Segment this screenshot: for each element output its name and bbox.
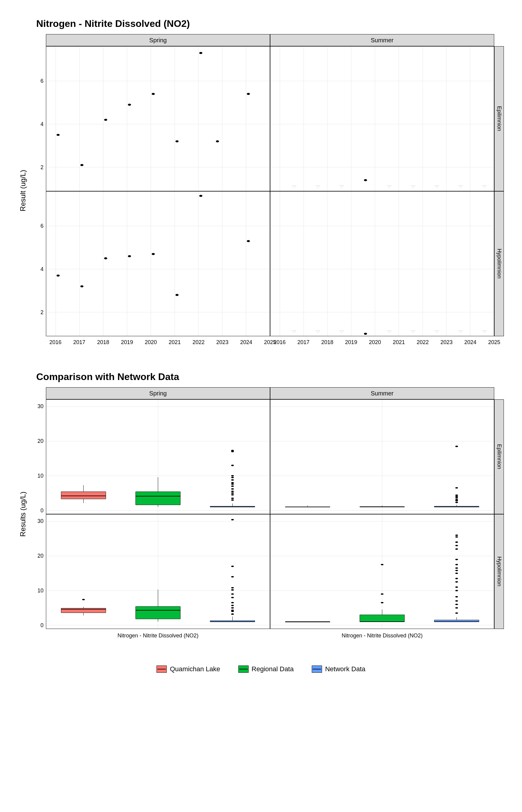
panel [46,46,270,191]
svg-point-55 [199,195,202,197]
y-axis-ticks: 0102030 [29,399,46,514]
facet-grid: Result (ug/L) Spring Summer 246 Epilimni… [29,34,504,347]
svg-point-124 [455,496,458,497]
svg-point-35 [364,179,367,181]
svg-point-94 [231,485,234,487]
col-strip-spring: Spring [46,387,270,399]
svg-rect-135 [61,608,106,613]
legend-key-icon [157,666,167,673]
svg-point-151 [231,602,234,604]
svg-point-100 [231,465,234,466]
svg-point-155 [231,587,234,589]
boxplot-facet-chart: Comparison with Network Data Results (ug… [18,371,504,641]
svg-point-187 [455,578,458,580]
svg-point-192 [455,559,458,560]
y-axis-ticks: 0102030 [29,514,46,629]
panel [270,399,494,514]
x-category-label: Nitrogen - Nitrite Dissolved (NO2) [46,629,270,641]
svg-point-102 [231,450,234,451]
col-strip-summer: Summer [270,34,494,46]
legend-key-icon [238,666,248,673]
svg-point-16 [128,104,131,106]
svg-point-137 [82,599,85,601]
svg-point-14 [80,164,83,166]
panel [46,514,270,629]
legend-label: Quamichan Lake [170,665,220,673]
svg-point-98 [231,477,234,478]
svg-point-186 [455,581,458,583]
row-strip-epi: Epilimnion [494,399,504,514]
x-axis-ticks: 2016201720182019202020212022202320242025 [270,336,494,347]
svg-point-52 [128,255,131,257]
svg-point-197 [455,534,458,536]
legend-item: Quamichan Lake [157,665,220,673]
svg-point-49 [57,275,60,277]
svg-point-97 [231,479,234,481]
panel [46,191,270,336]
svg-point-70 [364,333,367,335]
legend-key-icon [312,666,322,673]
col-strip-spring: Spring [46,34,270,46]
svg-point-89 [231,498,234,499]
svg-point-95 [231,483,234,485]
svg-point-152 [231,597,234,598]
legend-label: Network Data [325,665,365,673]
svg-point-127 [455,446,458,447]
row-strip-hypo: Hypolimnion [494,191,504,336]
panel [270,191,494,336]
facet-grid: Results (ug/L) Spring Summer 0102030 Epi… [29,387,504,641]
panel [270,46,494,191]
svg-point-148 [231,610,234,611]
svg-point-51 [104,257,107,260]
chart-title: Nitrogen - Nitrite Dissolved (NO2) [36,18,504,29]
svg-point-193 [455,548,458,550]
svg-point-181 [455,604,458,605]
svg-point-146 [231,613,234,615]
svg-rect-82 [136,492,180,505]
y-axis-ticks: 246 [29,191,46,336]
svg-point-185 [455,586,458,588]
svg-point-90 [231,494,234,496]
svg-rect-170 [360,615,404,622]
y-axis-label: Result (ug/L) [19,170,27,211]
row-strip-epi: Epilimnion [494,46,504,191]
svg-rect-140 [136,607,180,619]
panel [270,514,494,629]
svg-point-120 [455,502,458,503]
svg-point-21 [247,93,250,95]
svg-point-93 [231,488,234,490]
svg-point-50 [80,285,83,288]
legend-label: Regional Data [252,665,294,673]
svg-point-179 [455,612,458,614]
svg-point-157 [231,566,234,567]
svg-point-174 [381,564,384,566]
svg-point-20 [216,140,219,143]
svg-point-156 [231,576,234,577]
svg-point-172 [381,602,384,604]
legend-item: Regional Data [238,665,294,673]
svg-point-184 [455,590,458,591]
chart-title: Comparison with Network Data [36,371,504,382]
svg-point-125 [455,494,458,496]
svg-point-180 [455,607,458,609]
svg-point-173 [381,593,384,595]
y-axis-label: Results (ug/L) [19,491,27,536]
svg-point-123 [455,497,458,499]
scatter-facet-chart: Nitrogen - Nitrite Dissolved (NO2) Resul… [18,18,504,347]
svg-point-17 [152,93,155,95]
svg-point-122 [455,499,458,501]
svg-point-92 [231,491,234,492]
svg-point-149 [231,607,234,609]
svg-point-196 [455,536,458,538]
svg-point-191 [455,564,458,566]
svg-point-183 [455,596,458,597]
svg-point-158 [231,519,234,521]
svg-point-19 [199,52,202,54]
svg-point-189 [455,570,458,571]
svg-point-99 [231,475,234,477]
row-strip-hypo: Hypolimnion [494,514,504,629]
svg-point-195 [455,541,458,543]
svg-point-154 [231,589,234,591]
svg-point-88 [231,499,234,501]
col-strip-summer: Summer [270,387,494,399]
